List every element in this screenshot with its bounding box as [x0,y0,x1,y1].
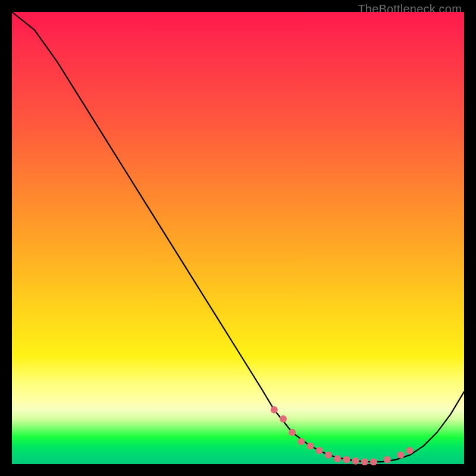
valley-dot [289,429,296,436]
chart-frame: TheBottleneck.com [0,0,476,476]
valley-dot [316,447,323,454]
valley-dots-group [271,406,414,465]
valley-dot [397,452,405,459]
valley-dot [370,458,377,465]
valley-dot [361,458,368,465]
valley-dot [280,415,287,422]
plot-gradient-area [12,12,464,464]
curve-layer [12,12,464,464]
valley-dot [352,458,359,465]
valley-dot [343,456,350,463]
valley-dot [298,438,305,445]
valley-dot [406,447,414,454]
bottleneck-curve [12,12,464,462]
valley-dot [307,443,314,450]
valley-dot [334,455,341,462]
valley-dot [271,406,278,414]
valley-dot [325,452,332,459]
valley-dot [384,456,391,463]
